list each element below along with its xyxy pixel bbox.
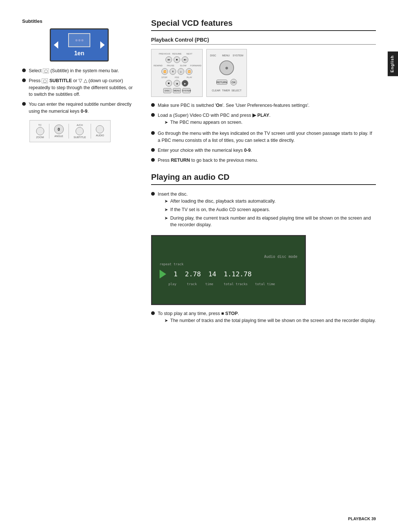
pbc-bullet-4: Enter your choice with the numerical key… (158, 147, 252, 154)
bullet-icon (151, 192, 155, 196)
timer-label: TIMER (222, 89, 230, 92)
bullet-icon (151, 158, 155, 162)
bullet-icon (22, 102, 26, 106)
remote-image-2: DISC MENU SYSTEM ⊕ RETURN OK (206, 49, 247, 97)
audio-labels-row: play track time total tracks total time (160, 282, 297, 286)
prev-label: PREVIOUS (159, 53, 170, 55)
arrow-icon: ➤ (164, 206, 168, 213)
next-label: NEXT (184, 53, 195, 55)
remote-row-2: REWIND PAUSE SLOW FORWARD (153, 64, 201, 67)
menu-label-r2: MENU (222, 54, 230, 57)
total-tracks-label: total tracks (224, 282, 248, 286)
remote-disc-row: DISC MENU SYSTEM (163, 88, 191, 93)
remote-image-1: PREVIOUS RESUME NEXT ⏮ ⏺ ⏭ REWIND PAUSE (151, 49, 203, 97)
sub-bullet-a: ➤ After loading the disc, playback start… (164, 198, 376, 205)
forward-label: FORWARD (190, 64, 201, 67)
sub-bullet-text-c: During play, the current track number an… (170, 215, 376, 229)
bullet-icon (151, 148, 155, 152)
play-label-r: PLAY (184, 76, 195, 78)
track-label: track (187, 282, 198, 286)
r2-top-labels: DISC MENU SYSTEM (210, 54, 243, 57)
arrow-icon: ➤ (164, 119, 168, 126)
dot-2 (78, 39, 80, 41)
subtitles-section-title: Subtitles (22, 18, 136, 24)
pbc-bullet-1: Make sure PBC is switched 'On'. See 'Use… (158, 102, 310, 109)
audio-total-time: 1.12.78 (224, 270, 252, 278)
remote-row-3-btns: ⏹ ◉ ▶ (165, 80, 188, 87)
playing-bullet-list: Insert the disc. ➤ After loading the dis… (151, 191, 376, 230)
pbc-section: Playback Control (PBC) PREVIOUS RESUME N… (151, 37, 376, 164)
audio-disc-display: Audio disc mode repeat track 1 2.78 14 1… (151, 235, 306, 305)
dot-3 (81, 39, 83, 41)
remote-strip-image: TC ZOOM 0 ANGLE A/CH SUBTITLE (29, 120, 111, 142)
time-label: time (205, 282, 216, 286)
pbc-bullet-2: Load a (Super) Video CD with PBC and pre… (158, 113, 270, 118)
bullet-icon (151, 311, 155, 315)
remote-btn-0: 0 (54, 125, 64, 134)
divider-3 (91, 124, 91, 139)
r-pause-btn: ⏸ (170, 68, 176, 75)
remote-subtitle-group: A/CH SUBTITLE (74, 124, 86, 139)
footer-page: 39 (371, 517, 376, 521)
bullet-icon (22, 78, 26, 82)
r-slow-btn: ▷ (178, 68, 184, 75)
resume-label: RESUME (171, 53, 182, 55)
audio-track: 1 (174, 270, 178, 278)
list-item: Select ▢ (Subtitle) in the system menu b… (22, 67, 136, 74)
ach-label: A/CH (77, 124, 83, 126)
sub-bullet-text-b: If the TV set is on, the Audio CD screen… (170, 206, 270, 213)
r2-nav-btn: ⊕ (219, 60, 234, 75)
sub-bullet-c: ➤ During play, the current track number … (164, 215, 376, 229)
divider-1 (49, 124, 49, 139)
r-rw-btn: ⏪ (161, 68, 168, 75)
audio-mode-label: Audio disc mode (160, 255, 297, 259)
r2-ok-btn: OK (230, 79, 237, 85)
disc-label: DISC (210, 54, 216, 57)
remote-audio-group: AUDIO (96, 125, 104, 137)
playing-section-title: Playing an audio CD (151, 172, 376, 185)
audio-label: AUDIO (96, 134, 104, 137)
list-item: To stop play at any time, press ■ STOP. … (151, 310, 376, 326)
list-item: Load a (Super) Video CD with PBC and pre… (151, 112, 376, 127)
list-item: Press RETURN to go back to the previous … (151, 157, 376, 164)
subtitle-tv-label: 1en (74, 50, 84, 57)
bullet-text-1: Select ▢ (Subtitle) in the system menu b… (29, 67, 119, 74)
remote-row-3: STOP FSS PLAY (159, 76, 195, 78)
bullet-text-3: You can enter the required subtitle numb… (29, 101, 136, 115)
select-label: SELECT (231, 89, 241, 92)
list-item: Make sure PBC is switched 'On'. See 'Use… (151, 102, 376, 109)
pbc-bullet-2-wrap: Load a (Super) Video CD with PBC and pre… (158, 112, 270, 127)
r2-bottom-row: RETURN OK (216, 79, 237, 85)
sub-bullet-b: ➤ If the TV set is on, the Audio CD scre… (164, 206, 376, 213)
sub-bullet-1: ➤ The PBC menu appears on screen. (164, 119, 270, 126)
clear-label: CLEAR (212, 89, 220, 92)
arrow-icon: ➤ (164, 198, 168, 205)
remote-btn-audio (96, 125, 104, 133)
tc-label: TC (38, 124, 42, 126)
remote-row-2-btns: ⏪ ⏸ ▷ ⏩ (161, 68, 192, 75)
list-item: Insert the disc. ➤ After loading the dis… (151, 191, 376, 230)
stop-bullet-wrap: To stop play at any time, press ■ STOP. … (158, 310, 376, 326)
pause-label: PAUSE (165, 64, 176, 67)
play-label: play (168, 282, 179, 286)
pbc-section-title: Playback Control (PBC) (151, 37, 376, 45)
r-ff-btn: ⏩ (186, 68, 192, 75)
pbc-remotes: PREVIOUS RESUME NEXT ⏮ ⏺ ⏭ REWIND PAUSE (151, 49, 376, 97)
slow-label: SLOW (178, 64, 189, 67)
subtitle-tv-image: 1en (50, 28, 109, 62)
r2-return-btn: RETURN (216, 80, 227, 85)
pbc-bullet-list: Make sure PBC is switched 'On'. See 'Use… (151, 102, 376, 164)
r-play-btn: ▶ (182, 80, 188, 87)
playing-bullet-1: Insert the disc. (158, 192, 188, 197)
left-column: Subtitles 1en (22, 18, 136, 510)
subtitle-dots (76, 39, 83, 41)
remote-row-btns: ⏮ ⏺ ⏭ (165, 56, 188, 63)
r-sys-btn: SYSTEM (182, 88, 191, 93)
audio-playback-row: 1 2.78 14 1.12.78 (160, 270, 297, 279)
list-item: Enter your choice with the numerical key… (151, 147, 376, 154)
total-time-label: total time (255, 282, 275, 286)
remote-row-1: PREVIOUS RESUME NEXT (159, 53, 195, 55)
main-section-title: Special VCD features (151, 18, 376, 31)
r-disc-btn: DISC (163, 88, 171, 93)
divider-2 (69, 124, 69, 139)
